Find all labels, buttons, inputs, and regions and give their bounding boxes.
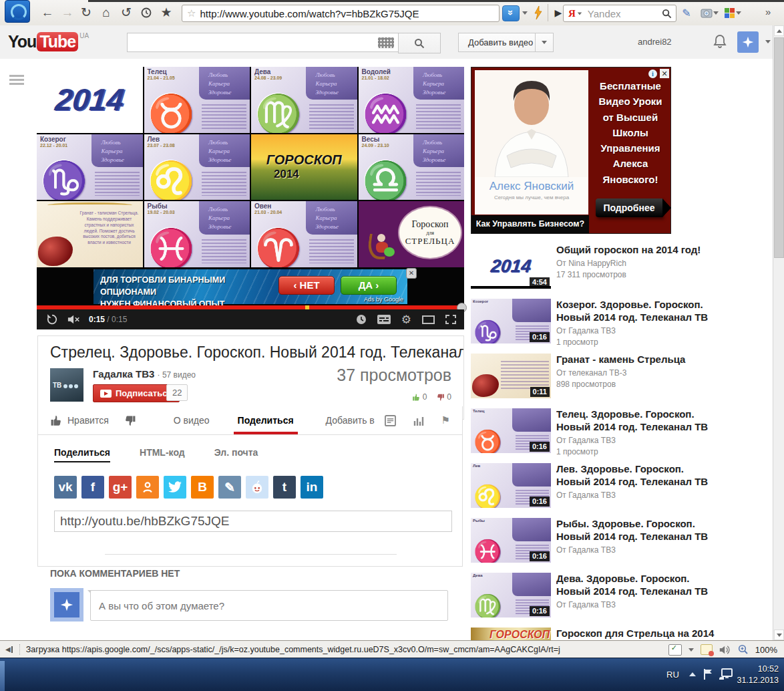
- ad-cta-button[interactable]: Подробнее: [596, 198, 662, 217]
- endscreen-tile-horoscope-2014[interactable]: ГОРОСКОП2014: [251, 134, 357, 200]
- share-livejournal-icon[interactable]: ✎: [218, 476, 241, 499]
- history-clock-icon[interactable]: [138, 4, 155, 21]
- tab-add-to[interactable]: Добавить в: [326, 415, 375, 426]
- youtube-logo[interactable]: You Tube UA: [8, 32, 89, 51]
- subtitles-icon[interactable]: [377, 315, 391, 324]
- endscreen-tile-Водолей[interactable]: Водолей 21.01 - 18.02 ♒ ЛюбовьКарьераЗдо…: [359, 67, 465, 133]
- related-video-item[interactable]: Козерог♑0:16 Козерог. Здоровье. Гороскоп…: [471, 299, 718, 343]
- share-reddit-icon[interactable]: [246, 476, 268, 499]
- fullscreen-icon[interactable]: [445, 315, 456, 324]
- tab-share[interactable]: Поделиться: [238, 415, 294, 426]
- upload-video-button[interactable]: Добавить видео: [458, 33, 543, 52]
- related-video-item[interactable]: Рыбы♓0:16 Рыбы. Здоровье. Гороскоп. Новы…: [471, 518, 718, 563]
- theater-mode-icon[interactable]: [422, 315, 435, 324]
- related-video-item[interactable]: Дева♍0:16 Дева. Здоровье. Гороскоп. Новы…: [471, 573, 718, 617]
- scrollbar-thumb[interactable]: [774, 37, 784, 258]
- notes-widget-icon[interactable]: [701, 644, 713, 655]
- extension-caret[interactable]: [736, 11, 741, 15]
- related-video-title[interactable]: Козерог. Здоровье. Гороскоп. Новый 2014 …: [556, 299, 715, 324]
- banner-yes-button[interactable]: ДА ›: [341, 276, 397, 295]
- page-scrollbar[interactable]: [773, 25, 784, 640]
- overlay-ad-banner[interactable]: ДЛЯ ТОРГОВЛИ БИНАРНЫМИ ОПЦИОНАМИНУЖЕН ФИ…: [93, 269, 407, 304]
- watch-later-icon[interactable]: [356, 314, 367, 325]
- username[interactable]: andrei82: [638, 37, 672, 47]
- share-odnoklassniki-icon[interactable]: [136, 476, 159, 499]
- replay-button[interactable]: [46, 313, 58, 325]
- banner-no-button[interactable]: ‹ НЕТ: [278, 276, 335, 295]
- related-video-item[interactable]: ГОРОСКОП Гороскоп для Стрельца на 2014 г…: [471, 628, 718, 640]
- account-menu-caret[interactable]: [765, 40, 771, 43]
- related-video-title[interactable]: Телец. Здоровье. Гороскоп. Новый 2014 го…: [556, 408, 715, 434]
- address-bar[interactable]: ☆ http://www.youtube.com/watch?v=hbBZkG7…: [182, 5, 500, 22]
- yandex-engine-caret[interactable]: [578, 12, 582, 15]
- forward-button[interactable]: →: [59, 4, 76, 21]
- search-button[interactable]: [398, 33, 441, 53]
- related-video-title[interactable]: Гранат - камень Стрельца: [556, 354, 715, 366]
- transcript-icon[interactable]: [385, 415, 396, 426]
- browser-app-button[interactable]: [5, 0, 30, 23]
- user-avatar[interactable]: [737, 31, 759, 53]
- report-flag-icon[interactable]: ⚑: [441, 414, 450, 426]
- hidden-icons-arrow[interactable]: [689, 672, 696, 676]
- action-center-flag-icon[interactable]: [703, 668, 713, 680]
- related-video-title[interactable]: Гороскоп для Стрельца на 2014 год: [556, 628, 715, 640]
- share-tumblr-icon[interactable]: t: [273, 476, 296, 499]
- home-button[interactable]: ⌂: [97, 4, 115, 21]
- endscreen-tile-sagittarius[interactable]: ГороскопдляСТРЕЛЬЦА: [359, 201, 465, 267]
- download-caret[interactable]: [522, 11, 528, 15]
- yandex-logo-icon[interactable]: Я: [568, 8, 576, 19]
- thumb-down-small-icon[interactable]: [436, 393, 445, 402]
- zoom-level-icon[interactable]: [738, 644, 749, 655]
- scrollbar-down-arrow[interactable]: [774, 630, 784, 640]
- share-url-input[interactable]: [54, 511, 452, 532]
- language-indicator[interactable]: RU: [666, 670, 679, 680]
- tab-strip[interactable]: [88, 0, 784, 2]
- share-tab-share[interactable]: Поделиться: [54, 447, 110, 462]
- banner-close-icon[interactable]: ✕: [406, 268, 417, 279]
- search-input[interactable]: [127, 33, 399, 52]
- related-video-title[interactable]: Лев. Здоровье. Гороскоп. Новый 2014 год.…: [556, 463, 715, 489]
- toolbar-overflow-chevron[interactable]: »: [765, 6, 771, 17]
- tab-about[interactable]: О видео: [174, 415, 210, 426]
- upload-caret-button[interactable]: [535, 33, 554, 52]
- comment-input[interactable]: [90, 590, 448, 621]
- related-video-title[interactable]: Общий гороскоп на 2014 год!: [556, 244, 715, 257]
- mute-volume-button[interactable]: [67, 314, 81, 325]
- endscreen-tile-2014[interactable]: 2014: [37, 67, 143, 133]
- notes-pencil-icon[interactable]: ✎: [678, 5, 695, 20]
- extension-grid-icon[interactable]: [721, 5, 737, 20]
- endscreen-tile-Козерог[interactable]: Козерог 22.12 - 20.01 ♑ ЛюбовьКарьераЗдо…: [37, 134, 143, 200]
- related-video-item[interactable]: 20144:54 Общий гороскоп на 2014 год! От …: [471, 244, 718, 289]
- sidebar-display-ad[interactable]: Алекс Яновский Сегодня мы лучше, чем вче…: [471, 67, 671, 234]
- related-video-item[interactable]: 0:11 Гранат - камень Стрельца От телекан…: [471, 354, 718, 398]
- endscreen-tile-Дева[interactable]: Дева 24.08 - 23.09 ♍ ЛюбовьКарьераЗдоров…: [251, 67, 357, 133]
- settings-gear-icon[interactable]: ⚙: [401, 314, 411, 325]
- reload-button[interactable]: ↻: [77, 4, 95, 21]
- share-facebook-icon[interactable]: f: [81, 476, 104, 499]
- channel-avatar[interactable]: ТВ: [50, 368, 83, 402]
- share-google-plus-icon[interactable]: g+: [109, 476, 132, 499]
- share-vk-icon[interactable]: vk: [54, 476, 77, 499]
- related-video-title[interactable]: Рыбы. Здоровье. Гороскоп. Новый 2014 год…: [556, 518, 715, 543]
- dislike-button[interactable]: [124, 414, 136, 427]
- endscreen-tile-garnet[interactable]: Гранат - талисман Стрельца. Камень подде…: [37, 201, 143, 267]
- zoom-level-label[interactable]: 100%: [755, 645, 777, 655]
- screenshot-camera-icon[interactable]: [699, 5, 715, 20]
- related-video-title[interactable]: Дева. Здоровье. Гороскоп. Новый 2014 год…: [556, 573, 715, 598]
- guide-hamburger-icon[interactable]: [9, 75, 24, 86]
- back-button[interactable]: ←: [39, 4, 56, 21]
- status-widget-caret[interactable]: [689, 648, 694, 652]
- url-text[interactable]: http://www.youtube.com/watch?v=hbBZkG75J…: [200, 8, 419, 19]
- endscreen-tile-Весы[interactable]: Весы 24.09 - 23.10 ♎ ЛюбовьКарьераЗдоров…: [359, 134, 465, 200]
- statistics-icon[interactable]: [413, 416, 424, 426]
- statusbar-sound-icon[interactable]: [719, 645, 731, 655]
- yandex-search-placeholder[interactable]: Yandex: [588, 8, 662, 19]
- share-tab-embed[interactable]: HTML-код: [140, 447, 185, 462]
- notifications-bell-icon[interactable]: [713, 34, 727, 49]
- download-button[interactable]: »: [502, 5, 520, 21]
- endscreen-tile-Овен[interactable]: Овен 21.03 - 20.04 ♈ ЛюбовьКарьераЗдоров…: [251, 201, 357, 267]
- bookmarks-star-button[interactable]: ★: [158, 4, 175, 21]
- undo-button[interactable]: ↺: [118, 4, 135, 21]
- endscreen-tile-Рыбы[interactable]: Рыбы 19.02 - 20.03 ♓ ЛюбовьКарьераЗдоров…: [144, 201, 250, 267]
- yandex-search-icon[interactable]: [662, 9, 672, 19]
